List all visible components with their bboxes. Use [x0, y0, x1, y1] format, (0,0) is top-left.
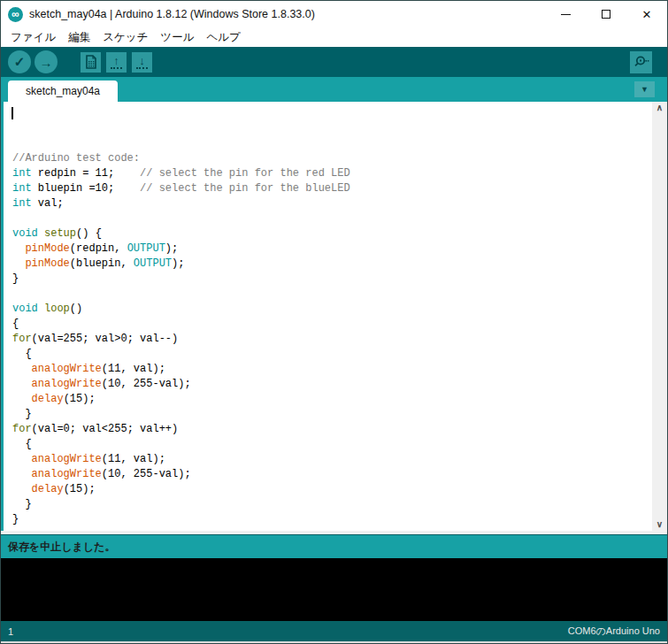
menu-tools[interactable]: ツール	[154, 28, 200, 47]
close-icon: ✕	[642, 9, 652, 20]
code-line: analogWrite(11, val);	[12, 362, 652, 377]
tab-bar: sketch_may04a ▼	[1, 77, 667, 102]
arduino-logo-icon: ∞	[8, 7, 23, 22]
menu-file[interactable]: ファイル	[4, 28, 62, 47]
menu-edit[interactable]: 編集	[62, 28, 96, 47]
code-line: void setup() {	[12, 226, 652, 242]
serial-monitor-button[interactable]	[630, 51, 652, 73]
code-line: {	[12, 347, 652, 362]
tab-sketch[interactable]: sketch_may04a	[8, 80, 118, 102]
code-line	[12, 211, 652, 226]
tab-label: sketch_may04a	[26, 85, 100, 97]
document-icon	[85, 55, 97, 69]
window-resize-edge[interactable]	[1, 641, 667, 643]
code-line: for(val=0; val<255; val++)	[12, 422, 652, 437]
right-arrow-icon: →	[40, 55, 53, 70]
dotted-line-icon	[111, 67, 122, 69]
code-line: {	[12, 437, 652, 452]
save-button[interactable]: ↓	[132, 52, 152, 73]
magnifier-icon	[633, 54, 649, 70]
code-line: }	[12, 512, 652, 527]
arduino-ide-window: ∞ sketch_may04a | Arduino 1.8.12 (Window…	[0, 0, 668, 644]
code-lines: //Arduino test code:int redpin = 11; // …	[12, 151, 652, 527]
text-caret	[12, 107, 13, 119]
code-line	[12, 287, 652, 302]
up-arrow-icon: ↑	[113, 55, 119, 66]
code-line: int val;	[12, 196, 652, 211]
maximize-button[interactable]	[586, 1, 626, 27]
footer-bar: 1 COM6のArduino Uno	[1, 621, 667, 641]
down-arrow-icon: ↓	[139, 55, 145, 66]
window-title: sketch_may04a | Arduino 1.8.12 (Windows …	[29, 8, 545, 20]
status-message: 保存を中止しました。	[8, 540, 115, 555]
console-output	[1, 558, 667, 621]
window-controls: ✕	[545, 1, 667, 27]
close-button[interactable]: ✕	[626, 1, 667, 27]
dotted-line-icon	[136, 67, 148, 69]
chevron-down-icon: ▼	[641, 85, 649, 94]
minimize-button[interactable]	[545, 1, 586, 27]
code-line: }	[12, 272, 652, 287]
code-editor[interactable]: //Arduino test code:int redpin = 11; // …	[4, 102, 652, 531]
toolbar: ✓ → ↑ ↓	[1, 47, 667, 77]
board-port-info: COM6のArduino Uno	[568, 625, 660, 638]
verify-button[interactable]: ✓	[8, 50, 31, 73]
menu-help[interactable]: ヘルプ	[200, 28, 246, 47]
code-line: int bluepin =10; // select the pin for t…	[12, 181, 652, 196]
code-line: }	[12, 497, 652, 512]
code-line: analogWrite(11, val);	[12, 452, 652, 467]
code-line: delay(15);	[12, 392, 652, 407]
minimize-icon	[561, 14, 571, 15]
code-line: {	[12, 317, 652, 332]
code-line: pinMode(redpin, OUTPUT);	[12, 242, 652, 257]
editor-area: //Arduino test code:int redpin = 11; // …	[1, 102, 667, 531]
new-sketch-button[interactable]	[81, 52, 101, 73]
open-button[interactable]: ↑	[106, 52, 127, 73]
code-line: int redpin = 11; // select the pin for t…	[12, 166, 652, 181]
tab-menu-button[interactable]: ▼	[634, 81, 655, 97]
scroll-up-icon[interactable]: ∧	[656, 104, 663, 112]
code-line: delay(15);	[12, 482, 652, 497]
code-line: void loop()	[12, 302, 652, 317]
title-bar: ∞ sketch_may04a | Arduino 1.8.12 (Window…	[1, 1, 667, 27]
code-line: pinMode(bluepin, OUTPUT);	[12, 257, 652, 272]
status-message-bar: 保存を中止しました。	[1, 534, 667, 558]
code-line: analogWrite(10, 255-val);	[12, 467, 652, 482]
code-line: for(val=255; val>0; val--)	[12, 332, 652, 347]
code-line: analogWrite(10, 255-val);	[12, 377, 652, 392]
menu-bar: ファイル 編集 スケッチ ツール ヘルプ	[1, 27, 667, 47]
vertical-scrollbar[interactable]: ∧ ∨	[652, 102, 667, 531]
line-number: 1	[8, 626, 13, 637]
check-icon: ✓	[14, 54, 26, 70]
code-line: }	[12, 407, 652, 422]
upload-button[interactable]: →	[35, 50, 58, 73]
scroll-down-icon[interactable]: ∨	[656, 520, 663, 529]
menu-sketch[interactable]: スケッチ	[96, 28, 154, 47]
maximize-icon	[602, 10, 610, 19]
code-line: //Arduino test code:	[12, 151, 652, 166]
